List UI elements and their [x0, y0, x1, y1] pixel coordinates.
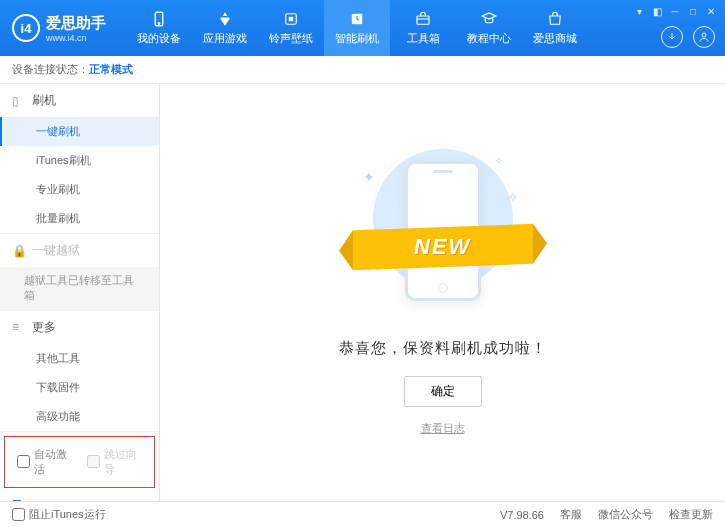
ringtone-icon — [281, 10, 301, 28]
sidebar-item-download-fw[interactable]: 下载固件 — [0, 373, 159, 402]
status-label: 设备连接状态： — [12, 62, 89, 77]
new-ribbon: NEW — [353, 224, 533, 270]
app-header: i4 爱思助手 www.i4.cn 我的设备 应用游戏 铃声壁纸 智能刷机 工具… — [0, 0, 725, 56]
check-update-link[interactable]: 检查更新 — [669, 507, 713, 522]
toolbox-icon — [413, 10, 433, 28]
tutorial-icon — [479, 10, 499, 28]
download-icon[interactable] — [661, 26, 683, 48]
apps-icon — [215, 10, 235, 28]
footer: 阻止iTunes运行 V7.98.66 客服 微信公众号 检查更新 — [0, 501, 725, 527]
sparkle-icon: ✧ — [507, 189, 519, 205]
sidebar-flash-header[interactable]: ▯刷机 — [0, 84, 159, 117]
svg-point-6 — [702, 33, 706, 37]
view-log-link[interactable]: 查看日志 — [421, 421, 465, 436]
sidebar-item-itunes-flash[interactable]: iTunes刷机 — [0, 146, 159, 175]
success-message: 恭喜您，保资料刷机成功啦！ — [339, 339, 547, 358]
phone-small-icon: ▯ — [12, 94, 26, 108]
ok-button[interactable]: 确定 — [404, 376, 482, 407]
success-illustration: ✦ ✧ ✦ ✧ NEW — [343, 149, 543, 319]
nav-ringtone[interactable]: 铃声壁纸 — [258, 0, 324, 56]
sidebar-options: 自动激活 跳过向导 — [4, 436, 155, 488]
window-controls: ▾ ◧ ─ □ ✕ — [631, 4, 719, 18]
sidebar-jailbreak-header: 🔒一键越狱 — [0, 234, 159, 267]
user-icon[interactable] — [693, 26, 715, 48]
sidebar: ▯刷机 一键刷机 iTunes刷机 专业刷机 批量刷机 🔒一键越狱 越狱工具已转… — [0, 84, 160, 501]
device-phone-icon — [12, 500, 22, 501]
sparkle-icon: ✧ — [495, 155, 503, 166]
customer-service-link[interactable]: 客服 — [560, 507, 582, 522]
nav-store[interactable]: 爱思商城 — [522, 0, 588, 56]
header-actions — [661, 26, 715, 48]
block-itunes-checkbox[interactable]: 阻止iTunes运行 — [12, 507, 106, 522]
svg-rect-3 — [289, 17, 294, 22]
nav-flash[interactable]: 智能刷机 — [324, 0, 390, 56]
device-info: iPhone 15 Pro Max 512GB iPhone — [0, 492, 159, 501]
nav-tutorial[interactable]: 教程中心 — [456, 0, 522, 56]
status-bar: 设备连接状态： 正常模式 — [0, 56, 725, 84]
main-content: ✦ ✧ ✦ ✧ NEW 恭喜您，保资料刷机成功啦！ 确定 查看日志 — [160, 84, 725, 501]
svg-rect-5 — [417, 16, 429, 24]
skip-guide-checkbox[interactable]: 跳过向导 — [87, 447, 143, 477]
status-mode: 正常模式 — [89, 62, 133, 77]
menu-icon[interactable]: ▾ — [631, 4, 647, 18]
skin-icon[interactable]: ◧ — [649, 4, 665, 18]
logo-icon: i4 — [12, 14, 40, 42]
device-name[interactable]: iPhone 15 Pro Max — [12, 500, 147, 501]
sidebar-item-advanced[interactable]: 高级功能 — [0, 402, 159, 431]
sidebar-item-oneclick-flash[interactable]: 一键刷机 — [0, 117, 159, 146]
svg-point-1 — [158, 23, 160, 25]
minimize-icon[interactable]: ─ — [667, 4, 683, 18]
auto-activate-checkbox[interactable]: 自动激活 — [17, 447, 73, 477]
nav-apps[interactable]: 应用游戏 — [192, 0, 258, 56]
app-url: www.i4.cn — [46, 33, 106, 43]
sidebar-item-other-tools[interactable]: 其他工具 — [0, 344, 159, 373]
device-icon — [149, 10, 169, 28]
logo: i4 爱思助手 www.i4.cn — [0, 14, 118, 43]
list-icon: ≡ — [12, 320, 26, 334]
nav-my-device[interactable]: 我的设备 — [126, 0, 192, 56]
sidebar-item-pro-flash[interactable]: 专业刷机 — [0, 175, 159, 204]
sidebar-item-batch-flash[interactable]: 批量刷机 — [0, 204, 159, 233]
top-nav: 我的设备 应用游戏 铃声壁纸 智能刷机 工具箱 教程中心 爱思商城 — [126, 0, 588, 56]
maximize-icon[interactable]: □ — [685, 4, 701, 18]
store-icon — [545, 10, 565, 28]
lock-icon: 🔒 — [12, 244, 26, 258]
sidebar-jailbreak-note: 越狱工具已转移至工具箱 — [0, 267, 159, 310]
close-icon[interactable]: ✕ — [703, 4, 719, 18]
app-name: 爱思助手 — [46, 14, 106, 33]
sparkle-icon: ✦ — [363, 169, 375, 185]
sidebar-more-header[interactable]: ≡更多 — [0, 311, 159, 344]
version-label: V7.98.66 — [500, 509, 544, 521]
wechat-link[interactable]: 微信公众号 — [598, 507, 653, 522]
flash-icon — [347, 10, 367, 28]
nav-toolbox[interactable]: 工具箱 — [390, 0, 456, 56]
